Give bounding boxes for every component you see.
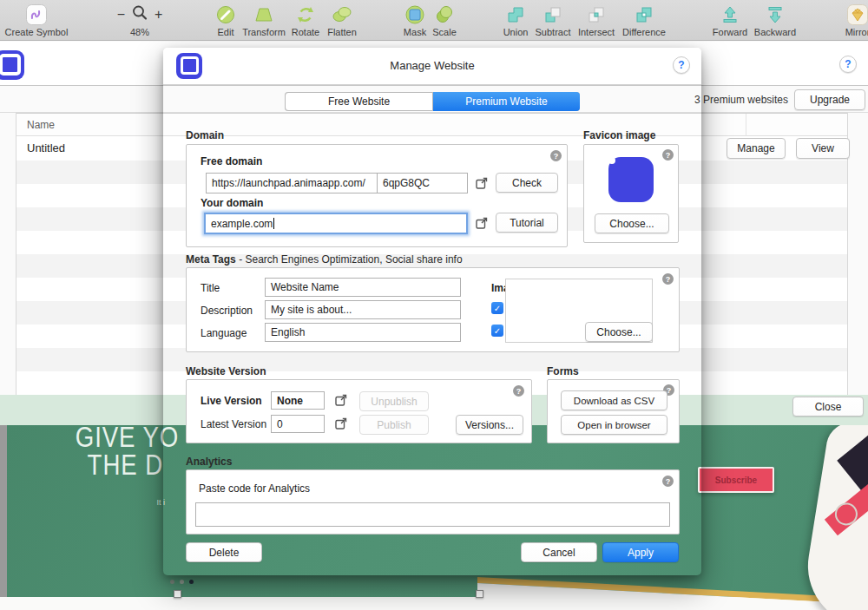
tab-premium-website[interactable]: Premium Website xyxy=(433,92,580,111)
difference-button[interactable]: Difference xyxy=(605,3,683,37)
difference-icon xyxy=(605,3,683,26)
premium-websites-count: 3 Premium websites xyxy=(694,94,788,106)
magnifier-icon xyxy=(131,4,148,25)
analytics-hint-label: Paste code for Analytics xyxy=(199,482,310,495)
zoom-out-button[interactable]: − xyxy=(117,7,125,23)
cancel-button[interactable]: Cancel xyxy=(521,542,597,562)
your-domain-input[interactable]: example.com xyxy=(204,213,468,234)
meta-title-input[interactable]: Website Name xyxy=(265,278,461,297)
favicon-section-label: Favicon image xyxy=(583,129,655,141)
meta-section-label: Meta Tags - Search Engines Optimization,… xyxy=(186,253,463,266)
dialog-help-button[interactable]: ? xyxy=(673,56,690,74)
anima-launchpad-logo-icon xyxy=(0,50,24,80)
favicon-box: ? Choose... xyxy=(583,144,679,243)
open-free-domain-icon[interactable] xyxy=(475,176,489,190)
free-domain-input[interactable]: 6qpG8QC xyxy=(377,173,468,193)
dot-icon xyxy=(180,580,184,584)
latest-version-input[interactable]: 0 xyxy=(271,415,325,433)
meta-description-input[interactable]: My site is about... xyxy=(265,300,461,319)
analytics-box: ? Paste code for Analytics xyxy=(186,469,680,535)
meta-language-input[interactable]: English xyxy=(265,323,461,342)
version-help-badge[interactable]: ? xyxy=(513,385,524,397)
manage-button[interactable]: Manage xyxy=(727,138,786,159)
domain-box: ? Free domain https://launchpad.animaapp… xyxy=(186,144,568,247)
mirror-button[interactable]: Mirror xyxy=(819,3,868,37)
facebook-checkbox[interactable]: ✓ xyxy=(491,302,503,314)
open-live-version-icon[interactable] xyxy=(334,393,348,407)
dot-icon-active xyxy=(189,580,194,584)
favicon-preview-image xyxy=(608,157,654,202)
hero-heading-line2: THE D xyxy=(76,449,163,482)
toolbar-label: Flatten xyxy=(303,27,381,37)
favicon-help-badge[interactable]: ? xyxy=(662,149,674,161)
selection-handle[interactable] xyxy=(476,590,483,598)
twitter-checkbox[interactable]: ✓ xyxy=(491,325,503,337)
tutorial-button[interactable]: Tutorial xyxy=(496,213,558,233)
download-csv-button[interactable]: Download as CSV xyxy=(561,390,667,410)
version-box: ? Live Version None Unpublish Latest Ver… xyxy=(186,379,532,443)
versions-button[interactable]: Versions... xyxy=(456,415,523,435)
backward-button[interactable]: Backward xyxy=(736,3,814,37)
window-help-button[interactable]: ? xyxy=(839,56,857,73)
live-version-input[interactable]: None xyxy=(271,391,325,410)
version-section-label: Website Version xyxy=(186,365,266,377)
name-column-header: Name xyxy=(27,119,55,131)
meta-description-label: Description xyxy=(201,305,253,317)
meta-image-choose-button[interactable]: Choose... xyxy=(585,322,653,342)
phone-screen xyxy=(837,425,868,495)
publish-button[interactable]: Publish xyxy=(359,415,429,435)
slideshow-dots[interactable] xyxy=(170,580,194,584)
column-divider xyxy=(746,114,746,137)
mirror-icon xyxy=(819,3,868,26)
zoom-in-button[interactable]: + xyxy=(155,7,162,23)
toolbar-label: Difference xyxy=(605,27,683,37)
dialog-title: Manage Website xyxy=(163,59,701,72)
view-button[interactable]: View xyxy=(796,138,850,159)
pasteboard-left xyxy=(0,425,7,597)
domain-help-badge[interactable]: ? xyxy=(550,150,562,161)
check-domain-button[interactable]: Check xyxy=(496,173,558,193)
selection-handle[interactable] xyxy=(174,590,181,598)
toolbar-label: Mirror xyxy=(819,27,868,37)
toolbar-label: Scale xyxy=(405,27,483,37)
create-symbol-icon xyxy=(0,3,76,26)
open-your-domain-icon[interactable] xyxy=(475,216,489,230)
latest-version-label: Latest Version xyxy=(201,418,266,430)
your-domain-label: Your domain xyxy=(201,197,263,209)
meta-box: ? Title Website Name Description My site… xyxy=(186,267,680,352)
text-cursor xyxy=(273,218,274,229)
zoom-level-label: 48% xyxy=(101,27,179,37)
website-type-tabs: Free Website Premium Website xyxy=(285,92,580,111)
subscribe-button-element[interactable]: Subscribe xyxy=(698,467,774,493)
analytics-help-badge[interactable]: ? xyxy=(662,476,674,487)
close-button[interactable]: Close xyxy=(792,397,864,417)
flatten-button[interactable]: Flatten xyxy=(303,3,381,37)
open-in-browser-button[interactable]: Open in browser xyxy=(561,415,667,435)
dot-icon xyxy=(170,580,174,584)
scale-button[interactable]: Scale xyxy=(405,3,483,37)
forms-box: ? Download as CSV Open in browser xyxy=(547,379,680,443)
meta-section-title: Meta Tags xyxy=(186,253,236,266)
app-screen: Create Symbol − + 48% Edit Transform xyxy=(0,0,868,610)
scale-icon xyxy=(405,3,483,26)
live-version-label: Live Version xyxy=(201,395,262,407)
toolbar-label: Create Symbol xyxy=(0,27,76,37)
apply-button[interactable]: Apply xyxy=(602,542,679,562)
delete-button[interactable]: Delete xyxy=(186,542,262,562)
hero-subtext: It i xyxy=(139,498,165,507)
analytics-code-input[interactable] xyxy=(195,502,670,527)
zoom-control: − + 48% xyxy=(101,3,179,37)
main-toolbar: Create Symbol − + 48% Edit Transform xyxy=(0,0,868,41)
free-domain-prefix: https://launchpad.animaapp.com/ xyxy=(206,173,377,193)
favicon-choose-button[interactable]: Choose... xyxy=(595,213,669,233)
create-symbol-button[interactable]: Create Symbol xyxy=(0,3,76,37)
website-row-title: Untitled xyxy=(27,141,65,154)
free-domain-label: Free domain xyxy=(201,155,262,167)
meta-help-badge[interactable]: ? xyxy=(662,273,674,285)
meta-title-label: Title xyxy=(201,282,220,294)
open-latest-version-icon[interactable] xyxy=(334,417,348,430)
upgrade-button[interactable]: Upgrade xyxy=(794,89,865,110)
unpublish-button[interactable]: Unpublish xyxy=(359,391,429,411)
flatten-icon xyxy=(303,3,381,26)
tab-free-website[interactable]: Free Website xyxy=(285,92,433,111)
